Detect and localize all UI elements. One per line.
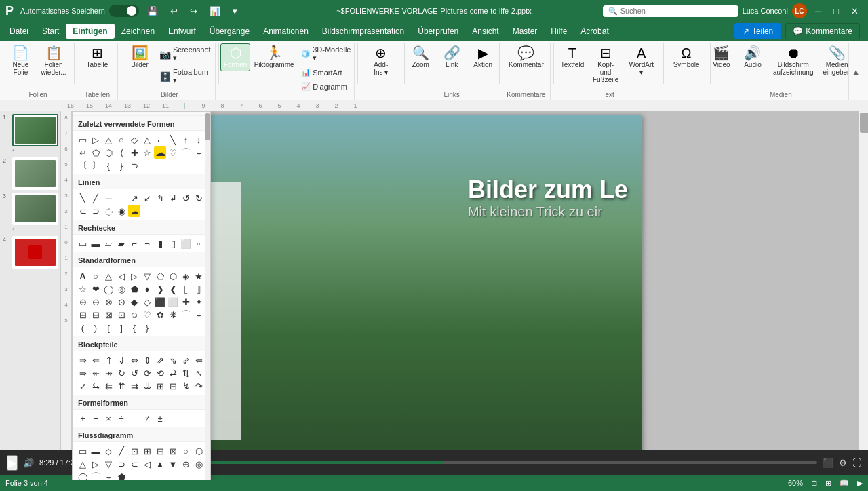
- std-s29[interactable]: ✚: [180, 296, 192, 308]
- folien-wiederverwenden-btn[interactable]: 📋 Folienwieder...: [37, 43, 70, 79]
- std-s44[interactable]: ]: [115, 321, 127, 334]
- blk-s11[interactable]: ⇛: [77, 367, 89, 379]
- rect-s10[interactable]: ▫: [193, 237, 205, 250]
- std-s17[interactable]: ❯: [154, 283, 166, 295]
- blk-s8[interactable]: ⇘: [167, 354, 179, 366]
- blk-s24[interactable]: ⇈: [115, 380, 127, 392]
- rect-s3[interactable]: ▱: [102, 237, 115, 250]
- search-input[interactable]: [620, 7, 715, 15]
- std-s8[interactable]: ⬡: [167, 270, 179, 282]
- menu-einfuegen[interactable]: Einfügen: [66, 24, 114, 39]
- frm-s5[interactable]: =: [128, 412, 140, 425]
- std-s10[interactable]: ★: [193, 270, 205, 282]
- std-s19[interactable]: ⟦: [180, 283, 192, 295]
- std-s42[interactable]: ): [90, 321, 102, 334]
- blk-s23[interactable]: ⇇: [102, 380, 115, 392]
- shape-arrow-r[interactable]: ▷: [90, 134, 102, 146]
- std-s9[interactable]: ◈: [180, 270, 192, 282]
- slide-thumb-2[interactable]: [12, 157, 58, 190]
- volume-button[interactable]: 🔊: [23, 458, 34, 468]
- textfeld-btn[interactable]: T Textfeld: [557, 43, 587, 71]
- std-s20[interactable]: ⟧: [193, 283, 205, 295]
- shape-arrow2[interactable]: ↓: [193, 134, 205, 146]
- line-s6[interactable]: ↙: [141, 192, 153, 204]
- blk-s21[interactable]: ⤢: [77, 380, 89, 392]
- blk-s16[interactable]: ⟳: [141, 367, 153, 379]
- rect-s8[interactable]: ▯: [167, 237, 179, 250]
- shape-heart[interactable]: ♡: [167, 146, 179, 159]
- std-s36[interactable]: ♡: [141, 309, 153, 321]
- play-button[interactable]: ▶: [7, 455, 18, 471]
- present-btn[interactable]: 📊: [205, 5, 224, 18]
- blk-s28[interactable]: ⊟: [167, 380, 179, 392]
- shape-cloud[interactable]: ☁: [154, 146, 166, 159]
- std-s23[interactable]: ⊗: [102, 296, 115, 308]
- fls-s22[interactable]: ⌒: [90, 471, 102, 480]
- shape-hex[interactable]: ⬡: [102, 146, 115, 159]
- blk-s17[interactable]: ⟲: [154, 367, 166, 379]
- shape-brac1[interactable]: ⟨: [115, 146, 127, 159]
- fls-s1[interactable]: ▭: [77, 445, 89, 457]
- shape-squig[interactable]: ⌣: [193, 146, 205, 159]
- std-s35[interactable]: ☺: [128, 309, 140, 321]
- formen-btn[interactable]: ⬡ Formen: [220, 43, 250, 71]
- fls-s15[interactable]: ⊂: [128, 458, 140, 470]
- std-s34[interactable]: ⊡: [115, 309, 127, 321]
- shape-brace1[interactable]: {: [102, 159, 115, 172]
- menu-animationen[interactable]: Animationen: [256, 24, 315, 39]
- blk-s27[interactable]: ⊞: [154, 380, 166, 392]
- blk-s12[interactable]: ↞: [90, 367, 102, 379]
- blk-s7[interactable]: ⇗: [154, 354, 166, 366]
- std-s25[interactable]: ◆: [128, 296, 140, 308]
- video-btn[interactable]: 🎬 Video: [707, 43, 736, 71]
- addins-btn[interactable]: ⊕ Add-Ins ▾: [366, 43, 396, 79]
- blk-s26[interactable]: ⇊: [141, 380, 153, 392]
- line-s9[interactable]: ↺: [180, 192, 192, 204]
- shapes-scrollbar-thumb[interactable]: [205, 113, 210, 140]
- shape-tri[interactable]: △: [102, 134, 115, 146]
- settings-icon[interactable]: ⚙: [839, 458, 847, 468]
- diagramm-btn[interactable]: 📈 Diagramm: [298, 80, 355, 93]
- audio-btn[interactable]: 🔊 Audio: [738, 43, 768, 71]
- fls-s14[interactable]: ⊃: [115, 458, 127, 470]
- aktion-btn[interactable]: ▶ Aktion: [468, 43, 498, 71]
- undo-btn[interactable]: ↩: [166, 5, 182, 18]
- slide-thumb-1[interactable]: [12, 114, 58, 146]
- shape-rect[interactable]: ▭: [77, 134, 89, 146]
- rect-s2[interactable]: ▬: [90, 237, 102, 250]
- frm-s2[interactable]: −: [90, 412, 102, 425]
- line-s14[interactable]: ◉: [115, 205, 127, 217]
- std-s11[interactable]: ☆: [77, 283, 89, 295]
- view-slide-sorter-icon[interactable]: ⊞: [825, 479, 831, 488]
- shape-tri2[interactable]: △: [141, 134, 153, 146]
- zoom-btn[interactable]: 🔍 Zoom: [406, 43, 435, 71]
- frm-s6[interactable]: ≠: [141, 412, 153, 425]
- fls-s20[interactable]: ◎: [193, 458, 205, 470]
- vertical-scrollbar[interactable]: [859, 111, 868, 480]
- fls-s13[interactable]: ▽: [102, 458, 115, 470]
- slide-thumb-3[interactable]: [12, 193, 58, 225]
- std-s33[interactable]: ⊠: [102, 309, 115, 321]
- std-s37[interactable]: ✿: [154, 309, 166, 321]
- shape-bent[interactable]: ↵: [77, 146, 89, 159]
- blk-s15[interactable]: ↺: [128, 367, 140, 379]
- line-s15[interactable]: ☁: [128, 205, 140, 217]
- menu-entwurf[interactable]: Entwurf: [161, 24, 203, 39]
- blk-s14[interactable]: ↻: [115, 367, 127, 379]
- rect-s6[interactable]: ¬: [141, 237, 153, 250]
- fls-s24[interactable]: ⬟: [115, 471, 127, 480]
- menu-ueberpruefen[interactable]: Überprüfen: [411, 24, 465, 39]
- comments-button[interactable]: 💬 Kommentare: [785, 23, 860, 39]
- blk-s29[interactable]: ↯: [180, 380, 192, 392]
- menu-datei[interactable]: Datei: [3, 24, 35, 39]
- fls-s8[interactable]: ⊠: [167, 445, 179, 457]
- shape-circ[interactable]: ○: [115, 134, 127, 146]
- blk-s1[interactable]: ⇒: [77, 354, 89, 366]
- std-s16[interactable]: ♦: [141, 283, 153, 295]
- shape-pent[interactable]: ⬠: [90, 146, 102, 159]
- fls-s9[interactable]: ○: [180, 445, 192, 457]
- screenshot-btn[interactable]: 📷 Screenshot ▾: [156, 43, 214, 64]
- std-s12[interactable]: ❤: [90, 283, 102, 295]
- std-s45[interactable]: {: [128, 321, 140, 334]
- share-button[interactable]: ↗ Teilen: [734, 23, 781, 39]
